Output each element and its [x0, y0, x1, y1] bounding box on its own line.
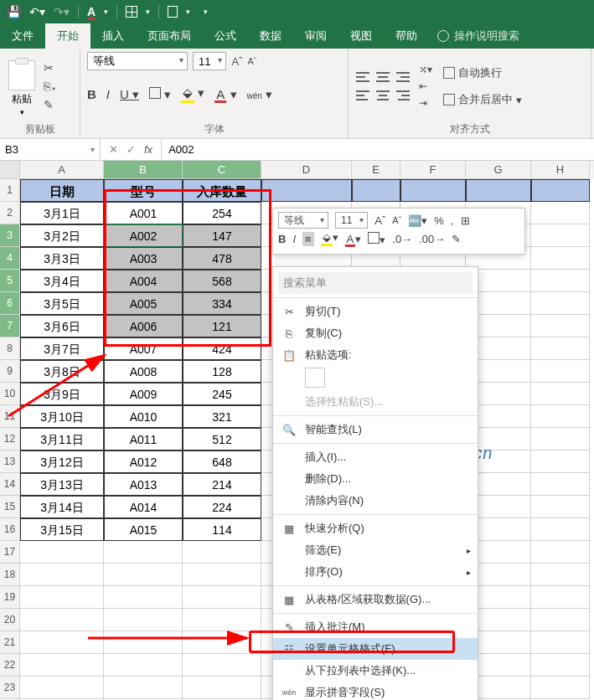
mini-accounting-icon[interactable]: 🔤▾ — [408, 214, 427, 227]
cell[interactable] — [104, 564, 183, 586]
mini-fill-color-icon[interactable]: ⬙▾ — [321, 231, 338, 246]
cell[interactable]: 254 — [183, 202, 261, 224]
mini-decimal-dec-icon[interactable]: .00→ — [419, 233, 445, 245]
cell[interactable]: 121 — [183, 315, 261, 337]
cell[interactable]: 3月8日 — [20, 360, 104, 383]
mini-size-select[interactable]: 11 — [335, 212, 368, 229]
cell[interactable]: 3月6日 — [20, 315, 104, 337]
column-header[interactable]: D — [261, 161, 352, 179]
cell[interactable]: 3月1日 — [20, 202, 104, 224]
row-header[interactable]: 8 — [0, 337, 20, 360]
menu-pick-from-list[interactable]: 从下拉列表中选择(K)... — [273, 660, 478, 682]
row-header[interactable]: 2 — [0, 202, 20, 224]
cell[interactable] — [20, 609, 104, 631]
select-all-corner[interactable] — [0, 161, 20, 179]
row-header[interactable]: 18 — [0, 564, 20, 586]
menu-show-phonetic[interactable]: wén显示拼音字段(S) — [273, 682, 478, 700]
copy-icon[interactable]: ⎘▾ — [44, 80, 57, 93]
column-header[interactable]: E — [352, 161, 400, 179]
tab-review[interactable]: 审阅 — [293, 23, 338, 49]
row-header[interactable]: 10 — [0, 383, 20, 405]
cut-icon[interactable]: ✂ — [44, 61, 57, 75]
cell[interactable]: 3月7日 — [20, 337, 104, 360]
menu-sort[interactable]: 排序(O)▸ — [273, 561, 478, 583]
tell-me-search[interactable]: 操作说明搜索 — [429, 23, 528, 49]
cell[interactable] — [20, 631, 104, 654]
cell[interactable] — [531, 337, 590, 360]
cell[interactable]: A006 — [104, 315, 183, 337]
mini-italic-button[interactable]: I — [292, 233, 296, 245]
undo-icon[interactable]: ↶▾ — [29, 5, 45, 18]
cell[interactable]: 3月12日 — [20, 450, 104, 473]
align-center-icon[interactable] — [375, 90, 390, 101]
cell[interactable] — [104, 631, 183, 654]
cell[interactable] — [183, 609, 261, 631]
mini-format-icon[interactable]: ⊞ — [461, 214, 470, 227]
cell[interactable]: A005 — [104, 292, 183, 315]
formula-input[interactable]: A002 — [162, 139, 594, 160]
font-name-select[interactable]: 等线 — [87, 52, 188, 70]
menu-filter[interactable]: 筛选(E)▸ — [273, 539, 478, 561]
border-button[interactable]: ▾ — [149, 87, 171, 102]
cell[interactable] — [20, 677, 104, 699]
header-cell[interactable]: 日期 — [20, 179, 104, 202]
cell[interactable]: 3月14日 — [20, 496, 104, 518]
align-middle-icon[interactable] — [375, 71, 390, 83]
document-qat-icon[interactable] — [168, 6, 178, 18]
cell[interactable]: 3月15日 — [20, 518, 104, 541]
row-header[interactable]: 22 — [0, 654, 20, 677]
menu-from-table[interactable]: ▦从表格/区域获取数据(G)... — [273, 589, 478, 610]
cell[interactable] — [531, 541, 590, 564]
row-header[interactable]: 4 — [0, 247, 20, 270]
cell[interactable]: 512 — [183, 428, 261, 450]
row-header[interactable]: 15 — [0, 496, 20, 518]
cell[interactable]: 424 — [183, 337, 261, 360]
qat-customize-icon[interactable]: ▾ — [204, 8, 208, 16]
tab-view[interactable]: 视图 — [338, 23, 384, 49]
bold-button[interactable]: B — [87, 87, 96, 101]
cell[interactable] — [531, 473, 590, 496]
merge-center-button[interactable]: 合并后居中 ▾ — [439, 90, 526, 110]
align-top-icon[interactable] — [355, 71, 370, 83]
column-header[interactable]: F — [400, 161, 466, 179]
cell[interactable]: 3月13日 — [20, 473, 104, 496]
cell[interactable] — [104, 609, 183, 631]
cell[interactable]: 147 — [183, 224, 261, 247]
row-header[interactable]: 7 — [0, 315, 20, 337]
tab-home[interactable]: 开始 — [45, 23, 90, 49]
mini-decrease-font-icon[interactable]: Aˇ — [392, 215, 401, 225]
cell[interactable]: 3月9日 — [20, 383, 104, 405]
cell[interactable]: 3月10日 — [20, 405, 104, 428]
cell[interactable]: 128 — [183, 360, 261, 383]
align-bottom-icon[interactable] — [395, 71, 411, 83]
menu-format-cells[interactable]: ☷设置单元格格式(F)... — [273, 638, 478, 660]
cell[interactable] — [183, 586, 261, 609]
cell[interactable] — [531, 270, 590, 292]
cell[interactable] — [531, 496, 590, 518]
paste-button[interactable]: 粘贴 ▾ — [7, 57, 37, 116]
cell[interactable] — [104, 677, 183, 699]
cell[interactable] — [531, 360, 590, 383]
menu-cut[interactable]: ✂剪切(T) — [273, 301, 478, 322]
cell[interactable]: A012 — [104, 450, 183, 473]
cell[interactable] — [183, 541, 261, 564]
cell[interactable] — [531, 428, 590, 450]
redo-icon[interactable]: ↷▾ — [54, 5, 70, 18]
mini-font-select[interactable]: 等线 — [278, 212, 328, 229]
cell[interactable] — [531, 677, 590, 699]
font-size-select[interactable]: 11 — [193, 52, 226, 70]
cell[interactable]: A003 — [104, 247, 183, 270]
row-header[interactable]: 11 — [0, 405, 20, 428]
cell[interactable] — [183, 677, 261, 699]
cell[interactable] — [183, 564, 261, 586]
cell[interactable] — [531, 292, 590, 315]
cell[interactable] — [531, 564, 590, 586]
row-header[interactable]: 13 — [0, 450, 20, 473]
cell[interactable] — [20, 564, 104, 586]
row-header[interactable]: 9 — [0, 360, 20, 383]
cell[interactable] — [531, 224, 590, 247]
cell[interactable] — [531, 383, 590, 405]
align-left-icon[interactable] — [355, 90, 370, 101]
tab-insert[interactable]: 插入 — [90, 23, 136, 49]
cell[interactable]: 3月4日 — [20, 270, 104, 292]
